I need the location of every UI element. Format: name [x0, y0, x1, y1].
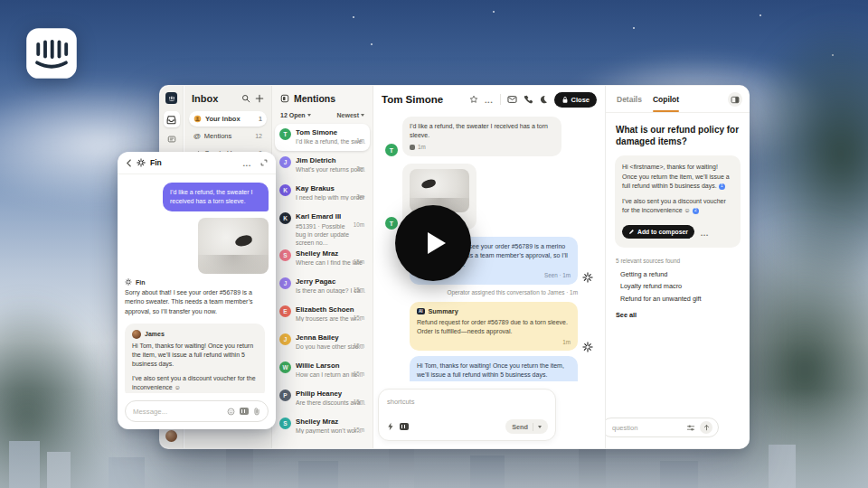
- conversation-name: Kay Brakus: [296, 184, 365, 192]
- add-to-composer-button[interactable]: Add to composer: [622, 225, 694, 239]
- avatar: W: [279, 361, 291, 373]
- conversation-list-item[interactable]: P Philip Heaney Are there discounts ava.…: [275, 385, 370, 412]
- video-play-button[interactable]: [395, 205, 471, 281]
- avatar: K: [279, 184, 291, 196]
- conversation-preview: What’s your returns polic...: [296, 166, 365, 173]
- star-button[interactable]: [469, 95, 478, 104]
- conversation-name: Karl Emard III: [296, 212, 365, 221]
- inbox-view-item[interactable]: Mentions 12: [189, 128, 267, 144]
- sort-dropdown[interactable]: Newest: [336, 112, 364, 118]
- rail-inbox-button[interactable]: [164, 111, 180, 127]
- fin-message-text: Sorry about that! I see your order #5678…: [125, 288, 265, 315]
- call-button[interactable]: [524, 95, 533, 104]
- gif-icon[interactable]: [400, 423, 409, 430]
- customer-avatar: T: [385, 217, 398, 230]
- select-conversations-icon[interactable]: [280, 94, 289, 103]
- play-icon: [428, 232, 446, 254]
- agent-message-text: Hi Tom, thanks for waiting! Once you ret…: [132, 342, 258, 369]
- summary-text: Refund request for order #56789 due to a…: [417, 318, 571, 336]
- ask-question-input[interactable]: [612, 424, 682, 432]
- intercom-logo: [25, 27, 78, 80]
- search-button[interactable]: [241, 94, 250, 103]
- conversation-list-item[interactable]: J Jenna Bailey Do you have other size...…: [275, 329, 370, 356]
- search-icon: [241, 94, 250, 103]
- inbox-view-item[interactable]: Your Inbox 1: [189, 111, 267, 127]
- submit-question-button[interactable]: [700, 421, 712, 434]
- conversation-name: Shelley Mraz: [296, 418, 365, 426]
- conversation-list-item[interactable]: J Jerry Pagac Is there an outage? I ca..…: [275, 273, 370, 300]
- conversation-time: 2m: [356, 165, 364, 172]
- back-button[interactable]: [126, 159, 132, 167]
- ellipsis-icon: [701, 224, 709, 240]
- sliders-icon[interactable]: [686, 424, 695, 432]
- conversation-list-item[interactable]: W Willie Larson How can I return an ite.…: [275, 357, 370, 384]
- copilot-source-item[interactable]: Refund for an unwanted gift: [616, 293, 740, 305]
- emoji-icon[interactable]: [227, 408, 235, 416]
- source-ref-2[interactable]: 2: [693, 208, 699, 214]
- copilot-source-item[interactable]: Getting a refund: [616, 268, 740, 281]
- snooze-button[interactable]: [539, 95, 548, 104]
- tab-details[interactable]: Details: [617, 95, 642, 112]
- conversation-list-item[interactable]: E Elizabeth Schoen My trousers are the w…: [275, 301, 370, 328]
- conversation-list-item[interactable]: K Karl Emard III #51391 · Possible bug i…: [275, 208, 370, 244]
- widget-composer: [125, 400, 269, 422]
- tab-copilot[interactable]: Copilot: [653, 95, 679, 112]
- conversation-time: 15m: [354, 371, 364, 377]
- conversation-time: 15m: [354, 343, 364, 349]
- email-button[interactable]: [507, 95, 517, 104]
- star-icon: [469, 95, 478, 104]
- copilot-source-item[interactable]: Loyalty refund macro: [616, 280, 740, 293]
- conversation-time: 3m: [356, 193, 364, 200]
- message-input[interactable]: [133, 408, 222, 416]
- avatar: E: [279, 305, 291, 317]
- conversation-list-item[interactable]: K Kay Brakus I need help with my order 3…: [275, 180, 370, 207]
- new-conversation-button[interactable]: [255, 94, 264, 103]
- source-label: Loyalty refund macro: [620, 282, 682, 290]
- close-conversation-button[interactable]: Close: [554, 92, 597, 108]
- inbox-view-count: 1: [259, 116, 262, 122]
- conversation-list-item[interactable]: S Shelley Mraz Where can I find the late…: [275, 245, 370, 272]
- more-options-button[interactable]: [485, 91, 493, 108]
- conversation-list-item[interactable]: T Tom Simone I’d like a refund, the swe.…: [275, 124, 370, 151]
- answer-text: Hi <firstname>, thanks for waiting! Once…: [622, 164, 730, 189]
- composer-hint-text: shortcuts: [387, 398, 547, 406]
- avatar: P: [279, 389, 291, 401]
- chevron-down-icon: [361, 114, 364, 117]
- conversation-list-item[interactable]: S Shelley Mraz My payment won’t wor... 1…: [275, 413, 370, 440]
- send-button[interactable]: Send: [505, 419, 548, 434]
- open-filter-dropdown[interactable]: 12 Open: [280, 112, 311, 118]
- user-image-sweater[interactable]: [198, 218, 269, 274]
- widget-messages: I’d like a refund, the sweater I receive…: [118, 175, 276, 393]
- envelope-icon: [507, 95, 517, 104]
- lightning-icon[interactable]: [387, 422, 394, 431]
- reply-composer[interactable]: shortcuts Send: [378, 389, 556, 441]
- answer-more-options-button[interactable]: [701, 224, 709, 240]
- fin-logo-icon: [137, 158, 146, 167]
- avatar: S: [279, 249, 291, 261]
- chevron-down-icon: [307, 114, 311, 117]
- fin-avatar-icon: [125, 278, 132, 286]
- ellipsis-icon: [485, 91, 493, 108]
- expand-icon: [260, 159, 268, 166]
- avatar: T: [279, 128, 291, 140]
- see-all-link[interactable]: See all: [616, 311, 740, 319]
- collapse-panel-button[interactable]: [728, 92, 742, 107]
- source-ref-1[interactable]: 1: [719, 183, 725, 190]
- current-user-avatar[interactable]: [165, 430, 177, 442]
- rail-tickets-button[interactable]: [167, 135, 176, 144]
- conversation-list-item[interactable]: J Jim Dietrich What’s your returns polic…: [275, 152, 370, 179]
- agent-message-card: James Hi Tom, thanks for waiting! Once y…: [125, 324, 265, 393]
- conversation-time: 15m: [354, 286, 364, 293]
- paperclip-icon[interactable]: [253, 408, 260, 416]
- inbox-panel-title: Inbox: [192, 93, 237, 104]
- desktop-background: Inbox Your Inbox 1 Mentions 12 Created b…: [0, 0, 868, 488]
- plus-icon: [255, 94, 264, 103]
- workspace-logo[interactable]: [165, 92, 177, 104]
- gif-icon[interactable]: [240, 408, 249, 415]
- customer-avatar: T: [385, 144, 398, 156]
- moon-icon: [539, 95, 548, 104]
- expand-widget-button[interactable]: [260, 159, 268, 166]
- user-avatar-icon: [193, 115, 202, 123]
- lock-icon: [561, 96, 569, 104]
- widget-more-options-button[interactable]: [243, 155, 251, 171]
